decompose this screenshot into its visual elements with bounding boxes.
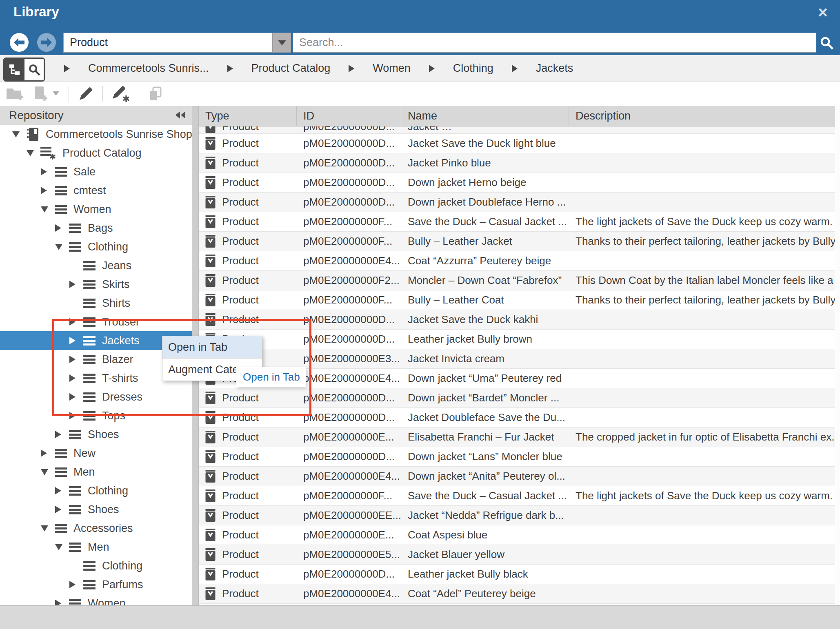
breadcrumb-item[interactable]: Clothing [453, 62, 493, 75]
tree-item-shirts[interactable]: Shirts [0, 294, 192, 312]
tree-item-label: Jackets [102, 334, 140, 347]
tree-item-dresses[interactable]: Dresses [0, 388, 192, 406]
back-button[interactable] [10, 33, 29, 52]
tree-item-commercetools-sunrise-shop[interactable]: Commercetools Sunrise Shop [0, 125, 192, 144]
search-input[interactable] [293, 33, 816, 53]
table-row[interactable]: ProductpM0E20000000D...Leather jacket Bu… [199, 330, 835, 349]
search-button[interactable] [817, 33, 837, 53]
chevron-right-icon[interactable] [55, 431, 63, 438]
entity-select-arrow-button[interactable] [273, 33, 291, 53]
table-row[interactable]: ProductpM0E20000000E4...Down jacket “Ani… [199, 467, 835, 486]
chevron-right-icon[interactable] [55, 600, 63, 605]
chevron-down-icon[interactable] [55, 244, 63, 250]
table-row[interactable]: ProductpM0E20000000E...Elisabetta Franch… [199, 427, 835, 447]
tree-item-women[interactable]: Women [0, 594, 192, 605]
tree-item-product-catalog[interactable]: Product Catalog [0, 144, 192, 162]
menu-item-open-in-tab[interactable]: Open in Tab [162, 336, 262, 358]
table-row[interactable]: ProductpM0E20000000D...Down jacket “Lans… [199, 447, 835, 467]
tree-item-men[interactable]: Men [0, 463, 192, 481]
breadcrumb-item[interactable]: Product Catalog [251, 62, 331, 75]
chevron-down-icon[interactable] [41, 525, 49, 532]
tree-item-parfums[interactable]: Parfums [0, 575, 192, 594]
column-header-description[interactable]: Description [569, 106, 835, 126]
tree-item-women[interactable]: Women [0, 200, 192, 219]
tree-item-men[interactable]: Men [0, 538, 192, 556]
table-row[interactable]: ProductpM0E20000000D...Down jacket “Bard… [199, 388, 835, 408]
tree-item-shoes[interactable]: Shoes [0, 500, 192, 519]
table-row[interactable]: ProductpM0E20000000E4...Coat “Adel” Peut… [199, 584, 835, 604]
entity-type-select[interactable]: Product [63, 33, 273, 53]
tree-item-tops[interactable]: Tops [0, 406, 192, 425]
vertical-scrollbar[interactable] [835, 106, 840, 605]
tree-item-clothing[interactable]: Clothing [0, 481, 192, 500]
chevron-down-icon[interactable] [27, 150, 35, 156]
table-row[interactable]: ProductpM0E20000000E...Coat Aspesi blue [199, 525, 835, 545]
tree-item-cmtest[interactable]: cmtest [0, 181, 192, 200]
chevron-right-icon[interactable] [69, 412, 78, 419]
table-row[interactable]: ProductpM0E20000000F...Bully – Leather J… [199, 232, 835, 251]
table-row[interactable]: ProductpM0E20000000F...Save the Duck – C… [199, 486, 835, 506]
chevron-down-icon[interactable] [41, 469, 49, 475]
close-button[interactable]: × [812, 2, 833, 23]
tree-item-label: Parfums [102, 578, 143, 591]
chevron-right-icon[interactable] [69, 356, 78, 363]
chevron-down-icon[interactable] [41, 206, 49, 213]
chevron-right-icon[interactable] [69, 318, 78, 326]
tree-item-bags[interactable]: Bags [0, 219, 192, 237]
augment-category-button[interactable] [112, 86, 130, 102]
table-row[interactable]: ProductpM0E20000000D...Jacket Save the D… [199, 310, 835, 330]
column-header-id[interactable]: ID [297, 106, 401, 126]
breadcrumb-item[interactable]: Jackets [536, 62, 573, 75]
tree-item-shoes[interactable]: Shoes [0, 425, 192, 444]
type-cell: Product [199, 568, 297, 580]
table-row[interactable]: ProductpM0E20000000E5...Jacket Blauer ye… [199, 545, 835, 565]
edit-button[interactable] [78, 86, 93, 102]
dropdown-caret-icon[interactable] [52, 90, 60, 97]
chevron-right-icon[interactable] [41, 187, 49, 194]
table-row[interactable]: ProductpM0E20000000F2...Moncler – Down C… [199, 271, 835, 290]
tree-item-skirts[interactable]: Skirts [0, 275, 192, 294]
chevron-right-icon[interactable] [69, 393, 78, 401]
table-row[interactable]: ProductpM0E20000000D...Jacket Save the D… [199, 134, 835, 153]
table-row[interactable]: ProductpM0E20000000D...Leather jacket Bu… [199, 565, 835, 584]
table-row[interactable]: ProductpM0E20000000EE...Jacket “Nedda” R… [199, 506, 835, 525]
chevron-right-icon[interactable] [55, 487, 63, 494]
tree-item-accessories[interactable]: Accessories [0, 519, 192, 538]
tree-item-jeans[interactable]: Jeans [0, 256, 192, 275]
search-view-button[interactable] [24, 59, 44, 80]
chevron-down-icon[interactable] [12, 131, 20, 137]
tree-item-new[interactable]: New [0, 444, 192, 463]
table-row[interactable]: ProductpM0E20000000E4...Coat “Azzurra” P… [199, 251, 835, 271]
tree-item-clothing[interactable]: Clothing [0, 556, 192, 575]
chevron-right-icon[interactable] [69, 281, 78, 288]
table-row[interactable]: ProductpM0E20000000D...Jacket … [199, 126, 835, 134]
horizontal-scrollbar[interactable] [0, 605, 840, 629]
table-row[interactable]: ProductpM0E20000000F...Bully – Leather C… [199, 290, 835, 310]
chevron-right-icon[interactable] [41, 450, 49, 457]
tree-item-clothing[interactable]: Clothing [0, 237, 192, 256]
tree-item-trouser[interactable]: Trouser [0, 312, 192, 331]
chevron-right-icon[interactable] [69, 581, 78, 588]
table-row[interactable]: ProductpM0E20000000D...Down jacket Doubl… [199, 193, 835, 212]
chevron-right-icon[interactable] [41, 168, 49, 175]
chevron-right-icon[interactable] [55, 224, 63, 232]
table-row[interactable]: ProductpM0E20000000E3...Jacket Invicta c… [199, 349, 835, 369]
collapse-sidebar-button[interactable] [175, 111, 186, 119]
table-row[interactable]: ProductpM0E20000000D...Down jacket Herno… [199, 173, 835, 193]
table-row[interactable]: ProductpM0E20000000F...Save the Duck – C… [199, 212, 835, 232]
column-header-name[interactable]: Name [401, 106, 569, 126]
column-header-type[interactable]: Type [199, 106, 297, 126]
table-row[interactable]: ProductpM0E20000000D...Jacket Pinko blue [199, 153, 835, 173]
product-icon [205, 431, 216, 443]
breadcrumb-item[interactable]: Commercetools Sunris... [88, 62, 209, 75]
chevron-right-icon[interactable] [69, 374, 78, 382]
name-cell: Bully – Leather Jacket [401, 235, 569, 248]
tree-view-button[interactable] [4, 59, 24, 80]
table-row[interactable]: ProductpM0E20000000D...Jacket Doubleface… [199, 408, 835, 427]
forward-button[interactable] [37, 33, 56, 52]
chevron-right-icon[interactable] [69, 337, 78, 344]
breadcrumb-item[interactable]: Women [373, 62, 411, 75]
chevron-down-icon[interactable] [55, 544, 63, 550]
tree-item-sale[interactable]: Sale [0, 162, 192, 181]
chevron-right-icon[interactable] [55, 506, 63, 513]
